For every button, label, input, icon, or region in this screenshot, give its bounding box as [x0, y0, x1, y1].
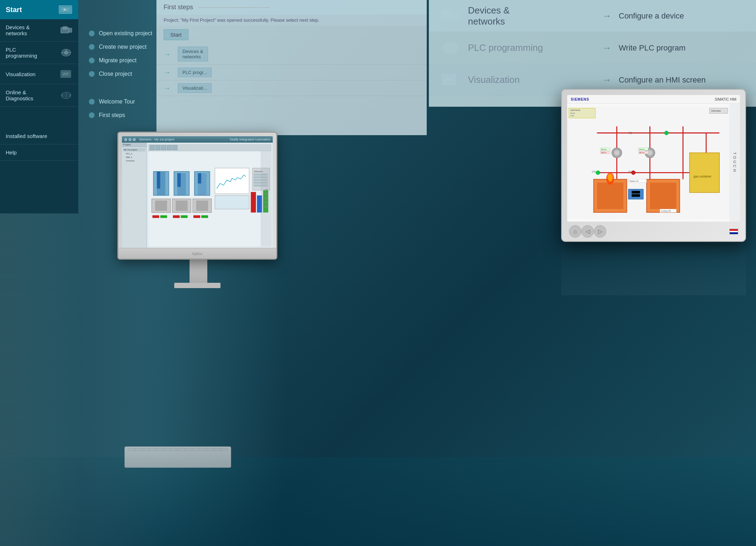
sidebar-item-installed-software[interactable]: Installed software [0, 128, 78, 144]
svg-text:SENTRON: SENTRON [570, 109, 580, 111]
sidebar-item-plc[interactable]: PLCprogramming [0, 42, 78, 64]
hmi-flag-icon [729, 229, 738, 234]
tool-btn-5[interactable] [172, 145, 177, 150]
monitor-base [174, 283, 220, 288]
svg-rect-50 [201, 215, 208, 218]
pc-main-area: Elements TOUCH [147, 143, 273, 248]
right-panel-row-plc[interactable]: PLC programming → Write PLC program [429, 32, 756, 64]
monitor-brand: fujitsu [192, 251, 203, 256]
tool-btn-1[interactable] [150, 145, 155, 150]
welcome-tour-label: Welcome Tour [99, 99, 135, 105]
svg-rect-21 [444, 9, 450, 14]
svg-rect-51 [215, 168, 249, 194]
sidebar-header[interactable]: Start [0, 0, 78, 19]
sidebar-item-devices[interactable]: Devices &networks [0, 19, 78, 42]
svg-text:M1-On:: M1-On: [601, 149, 607, 150]
monitor-bezel: fujitsu [118, 248, 276, 259]
svg-text:M6-On:: M6-On: [639, 152, 645, 154]
hmi-home-button[interactable]: ⌂ [569, 225, 581, 238]
sidebar-item-visualization[interactable]: Visualization [0, 64, 78, 84]
flow-item-plc: PLC progr... [178, 68, 212, 77]
pc-screen-content: Project My 1st project PLC_1 HMI_1 Commo… [122, 143, 273, 248]
hmi-reflection [561, 242, 746, 295]
keyboard [124, 446, 231, 468]
plc-icon [60, 48, 73, 58]
menu-item-migrate[interactable]: Migrate project [89, 54, 152, 67]
bg-flow-item-plc[interactable]: → PLC progr... [156, 65, 427, 80]
flow-item-viz: Visualizati... [178, 83, 212, 93]
installed-software-label: Installed software [6, 133, 47, 139]
svg-rect-88 [628, 189, 643, 199]
key [214, 448, 221, 451]
svg-rect-86 [690, 153, 719, 193]
svg-rect-44 [196, 201, 208, 211]
svg-point-77 [614, 150, 619, 155]
pc-titlebar: Siemens - My 1st project Totally Integra… [122, 136, 273, 143]
svg-text:gas container: gas container [693, 175, 711, 178]
menu-item-create-project[interactable]: Create new project [89, 40, 152, 54]
menu-item-open-project[interactable]: Open existing project [89, 27, 152, 40]
touch-label: TOUCH [733, 152, 737, 173]
svg-rect-12 [62, 71, 70, 76]
svg-rect-89 [632, 191, 640, 194]
svg-text:M6-On:: M6-On: [601, 152, 607, 154]
sidebar-item-viz-label: Visualization [6, 71, 36, 77]
svg-point-24 [443, 42, 457, 53]
start-icon [58, 4, 73, 15]
svg-text:Cooling Off: Cooling Off [661, 210, 671, 212]
menu-dot-migrate [89, 58, 95, 63]
configure-device-text: Configure a device [619, 11, 745, 21]
bg-project-banner: Project: "My First Project" was opened s… [156, 15, 427, 26]
bg-flow-item-viz[interactable]: → Visualizati... [156, 80, 427, 96]
svg-rect-90 [632, 194, 640, 197]
bg-start-button[interactable]: Start [164, 29, 188, 40]
plc-programming-text: PLC programming [468, 42, 595, 53]
win-btn-3 [133, 138, 136, 141]
svg-point-83 [608, 174, 612, 181]
svg-point-7 [64, 51, 68, 54]
key [178, 448, 185, 451]
menu-item-close-project[interactable]: Close project [89, 67, 152, 81]
svg-rect-40 [155, 201, 167, 211]
sidebar-item-online[interactable]: Online &Diagnostics [0, 84, 78, 107]
visualization-icon [60, 69, 73, 79]
hmi-forward-button[interactable]: ▷ [594, 225, 606, 238]
svg-point-101 [665, 131, 669, 135]
hmi-device-bottom: ⌂ ◁ ▷ [562, 222, 745, 241]
sidebar-item-help[interactable]: Help [0, 144, 78, 161]
key [142, 448, 149, 451]
key [135, 448, 142, 451]
bg-ui-panel: First steps Project: "My First Project" … [156, 0, 427, 135]
tool-btn-4[interactable] [167, 145, 172, 150]
flow-item-devices: Devices &networks [178, 47, 208, 62]
hmi-back-button[interactable]: ◁ [581, 225, 594, 238]
pc-toolbar [148, 144, 271, 151]
bg-flow-item-devices[interactable]: → Devices &networks [156, 44, 427, 65]
pc-monitor-screen: Siemens - My 1st project Totally Integra… [122, 136, 273, 248]
key [128, 448, 134, 451]
hmi-svg-viz: Elements [148, 151, 271, 247]
key [171, 448, 177, 451]
tool-btn-3[interactable] [161, 145, 166, 150]
svg-rect-85 [650, 182, 676, 209]
menu-item-first-steps[interactable]: First steps [89, 108, 152, 122]
close-project-label: Close project [99, 71, 132, 77]
svg-rect-49 [193, 215, 200, 218]
help-label: Help [6, 149, 17, 155]
svg-rect-52 [215, 195, 249, 209]
win-btn-2 [128, 138, 132, 141]
win-btn-1 [124, 138, 127, 141]
right-panel-row-devices[interactable]: Devices &networks → Configure a device [429, 0, 756, 32]
menu-dot-open [89, 31, 95, 36]
svg-text:Heater-On: Heater-On [629, 180, 639, 182]
svg-text:Overview: Overview [711, 110, 721, 112]
right-arrow-devices: → [602, 10, 612, 22]
hmi-touch-side: TOUCH [729, 104, 740, 222]
menu-item-welcome-tour[interactable]: Welcome Tour [89, 95, 152, 108]
svg-text:(*1): (*1) [628, 170, 632, 173]
hmi-process-screen: SENTRON Brand Data Overview [567, 104, 729, 222]
key [207, 448, 213, 451]
key [164, 448, 170, 451]
tool-btn-2[interactable] [155, 145, 160, 150]
pc-title-text: Siemens - My 1st project [139, 138, 174, 141]
